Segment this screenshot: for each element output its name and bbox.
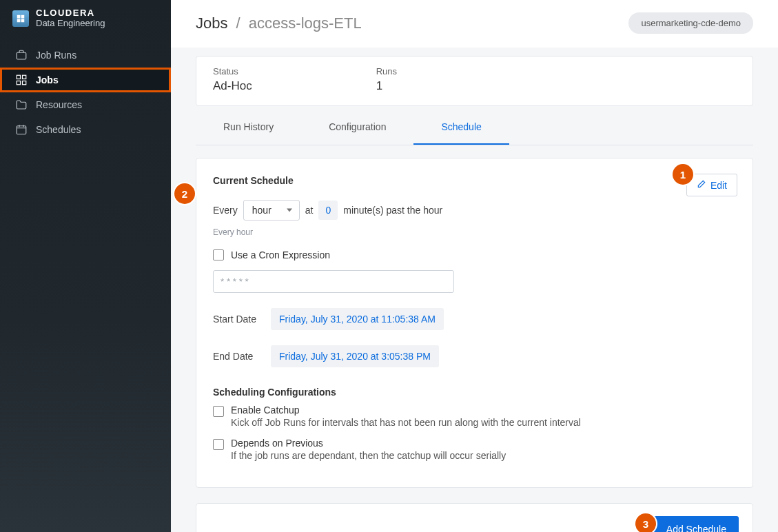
sidebar-item-label: Schedules bbox=[36, 124, 81, 135]
add-schedule-button[interactable]: Add Schedule bbox=[654, 516, 739, 532]
breadcrumb: Jobs / access-logs-ETL bbox=[196, 14, 362, 32]
svg-rect-0 bbox=[17, 52, 26, 59]
cron-checkbox[interactable] bbox=[213, 249, 224, 260]
schedule-title: Current Schedule bbox=[213, 175, 736, 186]
tab-run-history[interactable]: Run History bbox=[196, 110, 301, 145]
brand-bottom-label: Data Engineering bbox=[36, 19, 105, 29]
sidebar-item-jobs[interactable]: Jobs bbox=[0, 68, 171, 92]
start-date-label: Start Date bbox=[213, 314, 263, 325]
briefcase-icon bbox=[15, 49, 28, 61]
annotation-badge-1: 1 bbox=[673, 164, 693, 185]
sidebar-item-label: Job Runs bbox=[36, 50, 76, 61]
user-pill[interactable]: usermarketing-cde-demo bbox=[628, 12, 753, 34]
breadcrumb-sep: / bbox=[236, 14, 240, 32]
sidebar-item-label: Resources bbox=[36, 99, 82, 110]
cron-input[interactable] bbox=[213, 270, 454, 293]
summary-card: Status Ad-Hoc Runs 1 bbox=[196, 56, 753, 106]
breadcrumb-current: access-logs-ETL bbox=[249, 14, 362, 32]
schedule-card: 1 2 Current Schedule Edit Every hour at … bbox=[196, 158, 753, 488]
svg-rect-5 bbox=[17, 126, 26, 134]
every-label: Every bbox=[213, 205, 238, 216]
annotation-badge-3: 3 bbox=[635, 513, 656, 532]
sidebar-item-resources[interactable]: Resources bbox=[0, 92, 171, 117]
grid-icon bbox=[15, 74, 28, 86]
calendar-icon bbox=[15, 123, 28, 136]
interval-hint: Every hour bbox=[213, 227, 736, 237]
svg-rect-2 bbox=[23, 75, 26, 79]
catchup-checkbox[interactable] bbox=[213, 406, 224, 417]
brand-top-label: CLOUDERA bbox=[36, 8, 105, 19]
end-date-row: End Date Friday, July 31, 2020 at 3:05:3… bbox=[213, 345, 736, 367]
content: Status Ad-Hoc Runs 1 Run History Configu… bbox=[171, 48, 778, 532]
sidebar: CLOUDERA Data Engineering Job Runs Jobs bbox=[0, 0, 171, 532]
topbar: Jobs / access-logs-ETL usermarketing-cde… bbox=[171, 0, 778, 48]
at-label: at bbox=[305, 205, 314, 216]
depends-checkbox[interactable] bbox=[213, 439, 224, 450]
start-date-value[interactable]: Friday, July 31, 2020 at 11:05:38 AM bbox=[271, 308, 444, 330]
svg-rect-1 bbox=[17, 75, 20, 79]
cron-checkbox-label: Use a Cron Expression bbox=[231, 249, 330, 260]
runs-label: Runs bbox=[376, 66, 397, 76]
depends-row: Depends on Previous If the job runs are … bbox=[213, 438, 736, 461]
action-card: 3 Add Schedule bbox=[196, 503, 753, 532]
end-date-value[interactable]: Friday, July 31, 2020 at 3:05:38 PM bbox=[271, 345, 439, 367]
depends-title: Depends on Previous bbox=[231, 438, 506, 449]
main: Jobs / access-logs-ETL usermarketing-cde… bbox=[171, 0, 778, 532]
status-value: Ad-Hoc bbox=[213, 79, 252, 93]
sidebar-item-schedules[interactable]: Schedules bbox=[0, 117, 171, 142]
tab-configuration[interactable]: Configuration bbox=[301, 110, 413, 145]
action-bar: 3 Add Schedule bbox=[196, 503, 753, 532]
scheduling-config-title: Scheduling Configurations bbox=[213, 387, 736, 398]
depends-desc: If the job runs are dependant, then the … bbox=[231, 450, 506, 461]
sidebar-item-job-runs[interactable]: Job Runs bbox=[0, 43, 171, 68]
nav: Job Runs Jobs Resources Schedules bbox=[0, 43, 171, 142]
minutes-suffix-label: minute(s) past the hour bbox=[343, 205, 442, 216]
end-date-label: End Date bbox=[213, 351, 263, 362]
edit-button-label: Edit bbox=[710, 180, 727, 191]
pencil-icon bbox=[697, 179, 706, 191]
runs-value: 1 bbox=[376, 79, 397, 93]
status-label: Status bbox=[213, 66, 252, 76]
cron-checkbox-row: Use a Cron Expression bbox=[213, 249, 736, 260]
folder-icon bbox=[15, 99, 28, 111]
minute-input[interactable]: 0 bbox=[318, 201, 338, 220]
annotation-badge-2: 2 bbox=[174, 183, 195, 204]
sidebar-item-label: Jobs bbox=[36, 74, 59, 85]
svg-rect-4 bbox=[23, 81, 26, 84]
tabs: Run History Configuration Schedule bbox=[196, 110, 753, 145]
interval-unit-select[interactable]: hour bbox=[243, 200, 300, 221]
breadcrumb-root[interactable]: Jobs bbox=[196, 14, 227, 32]
brand: CLOUDERA Data Engineering bbox=[0, 0, 171, 39]
edit-button[interactable]: Edit bbox=[686, 174, 737, 196]
interval-row: Every hour at 0 minute(s) past the hour bbox=[213, 200, 736, 221]
brand-logo-icon bbox=[12, 10, 29, 27]
tab-schedule[interactable]: Schedule bbox=[413, 110, 509, 145]
catchup-row: Enable Catchup Kick off Job Runs for int… bbox=[213, 405, 736, 428]
svg-rect-3 bbox=[17, 81, 20, 84]
start-date-row: Start Date Friday, July 31, 2020 at 11:0… bbox=[213, 308, 736, 330]
catchup-title: Enable Catchup bbox=[231, 405, 581, 416]
catchup-desc: Kick off Job Runs for intervals that has… bbox=[231, 417, 581, 428]
